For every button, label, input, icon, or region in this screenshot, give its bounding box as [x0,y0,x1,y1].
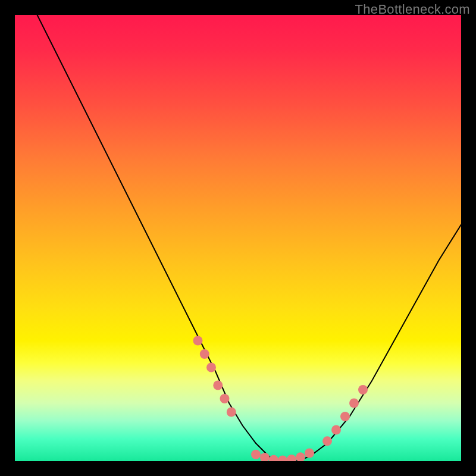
highlight-dot [322,436,332,446]
watermark-text: TheBottleneck.com [355,2,470,17]
highlight-dot [200,349,209,359]
highlight-dots [193,336,368,462]
highlight-dot [349,399,359,408]
highlight-dot [331,425,341,435]
highlight-dot [269,455,278,461]
highlight-dot [227,408,236,417]
bottleneck-curve [37,15,462,461]
highlight-dot [287,455,296,461]
highlight-dot [251,450,261,459]
chart-frame: TheBottleneck.com [0,0,476,476]
highlight-dot [305,449,314,458]
highlight-dot [340,412,350,421]
highlight-dot [358,385,368,394]
highlight-dot [278,456,287,462]
chart-svg [15,15,461,461]
highlight-dot [213,381,223,390]
highlight-dot [193,336,203,346]
highlight-dot [206,363,216,372]
highlight-dot [296,452,305,461]
highlight-dot [260,453,270,461]
highlight-dot [220,394,230,403]
